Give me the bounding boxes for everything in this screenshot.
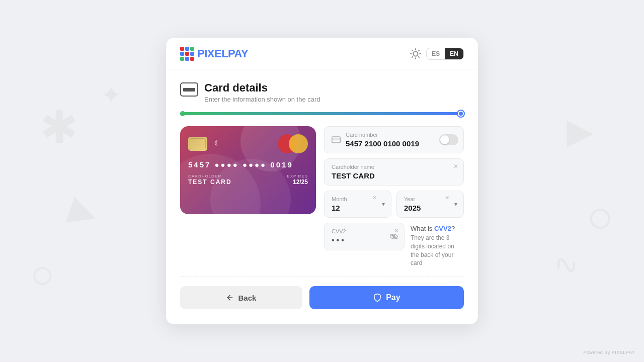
svg-line-4 — [419, 57, 419, 57]
year-value: 2025 — [404, 204, 456, 212]
progress-fill — [180, 112, 464, 115]
page-subtitle: Enter the information shown on the card — [204, 96, 320, 103]
cvv-help: What is CVV2? They are the 3 digits loca… — [411, 223, 464, 267]
month-value: 12 — [332, 204, 384, 212]
lang-en-button[interactable]: EN — [445, 48, 463, 59]
title-text: Card details Enter the information shown… — [204, 81, 320, 103]
mastercard-logo — [278, 134, 308, 153]
sun-icon[interactable] — [410, 48, 421, 59]
lang-es-button[interactable]: ES — [427, 48, 445, 59]
chip-icon — [188, 137, 207, 151]
pay-button[interactable]: Pay — [309, 286, 464, 309]
page-title: Card details — [204, 81, 320, 95]
panel-body: Card details Enter the information shown… — [166, 69, 478, 323]
svg-point-0 — [414, 51, 418, 56]
svg-line-7 — [412, 57, 413, 57]
progress-dot-end — [458, 111, 464, 117]
back-button[interactable]: Back — [180, 286, 302, 309]
year-clear-button[interactable]: ✕ — [445, 195, 449, 201]
back-button-label: Back — [238, 294, 256, 302]
cardholder-value: TEST CARD — [332, 171, 456, 180]
progress-dot-start — [180, 111, 185, 116]
cc-expires-value: 12/25 — [287, 178, 308, 186]
svg-line-8 — [419, 50, 419, 51]
card-number-toggle[interactable] — [439, 134, 458, 145]
back-arrow-icon — [226, 294, 234, 302]
cc-cardholder-value: TEST CARD — [188, 178, 232, 186]
shield-icon — [373, 293, 382, 302]
logo-text: PIXELPAY — [197, 47, 248, 60]
payment-panel: PIXELPAY ES EN — [166, 38, 478, 324]
progress-bar — [180, 112, 464, 115]
cvv-row: ✕ CVV2 ••• What is C — [324, 223, 464, 267]
month-year-row: ✕ Month 12 ▾ ✕ Year 2025 ▾ — [324, 191, 464, 218]
cvv-help-text: They are the 3 digits located on the bac… — [411, 234, 464, 267]
nfc-icon — [213, 139, 221, 149]
month-clear-button[interactable]: ✕ — [372, 195, 377, 201]
divider — [180, 277, 464, 277]
form-fields: Card number 5457 2100 0100 0019 ✕ Cardho… — [324, 126, 464, 267]
year-chevron-down-icon: ▾ — [454, 201, 457, 208]
cc-cardholder-label: CARDHOLDER — [188, 174, 232, 178]
cvv-label: CVV2 — [332, 228, 397, 234]
cvv-toggle-visibility-icon[interactable] — [390, 232, 398, 241]
section-title: Card details Enter the information shown… — [180, 81, 464, 103]
cc-number: 5457 ●●●● ●●●● 0019 — [188, 160, 308, 169]
svg-rect-9 — [332, 137, 341, 143]
footer-buttons: Back Pay — [180, 286, 464, 309]
logo-grid-icon — [180, 47, 194, 61]
cardholder-label: Cardholder name — [332, 164, 456, 170]
panel-header: PIXELPAY ES EN — [166, 38, 478, 69]
language-switcher: ES EN — [426, 48, 464, 60]
cc-bottom: CARDHOLDER TEST CARD EXPIRES 12/25 — [188, 174, 308, 186]
cvv-help-title: What is CVV2? — [411, 225, 464, 232]
card-field-icon — [332, 136, 341, 143]
year-select[interactable]: ✕ Year 2025 ▾ — [396, 191, 464, 218]
cvv-value: ••• — [332, 236, 397, 245]
card-number-field[interactable]: Card number 5457 2100 0100 0019 — [324, 126, 464, 153]
month-select[interactable]: ✕ Month 12 ▾ — [324, 191, 391, 218]
powered-by-text: Powered By PIXELPAY — [583, 350, 635, 355]
credit-card-visual: 5457 ●●●● ●●●● 0019 CARDHOLDER TEST CARD… — [180, 126, 316, 214]
cardholder-field[interactable]: ✕ Cardholder name TEST CARD — [324, 158, 464, 186]
cvv-field[interactable]: ✕ CVV2 ••• — [324, 223, 405, 250]
content-row: 5457 ●●●● ●●●● 0019 CARDHOLDER TEST CARD… — [180, 126, 464, 267]
card-icon — [180, 82, 198, 97]
svg-line-3 — [412, 50, 413, 51]
cc-expires-label: EXPIRES — [287, 174, 308, 178]
header-right: ES EN — [410, 48, 464, 60]
cardholder-clear-button[interactable]: ✕ — [453, 163, 458, 170]
logo: PIXELPAY — [180, 47, 248, 61]
pay-button-label: Pay — [386, 293, 400, 302]
cc-top — [188, 134, 308, 153]
month-chevron-down-icon: ▾ — [382, 201, 385, 208]
